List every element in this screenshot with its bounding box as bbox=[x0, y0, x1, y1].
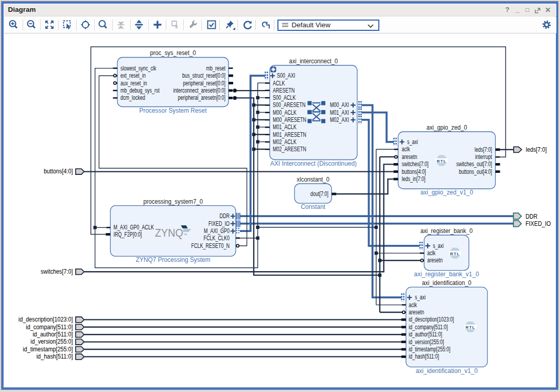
svg-text:M00_ACLK: M00_ACLK bbox=[273, 109, 297, 116]
svg-text:axi_register_bank_v1_0: axi_register_bank_v1_0 bbox=[414, 270, 479, 278]
svg-text:M02_ARESETN: M02_ARESETN bbox=[273, 146, 306, 153]
svg-text:id_hash[511:0]: id_hash[511:0] bbox=[409, 353, 439, 360]
svg-text:ext_reset_in: ext_reset_in bbox=[120, 72, 146, 79]
svg-text:aux_reset_in: aux_reset_in bbox=[120, 80, 147, 87]
svg-text:IRQ_F2P[0:0]: IRQ_F2P[0:0] bbox=[114, 231, 142, 238]
svg-text:™: ™ bbox=[184, 233, 187, 237]
svg-text:AXI Interconnect (Discontinued: AXI Interconnect (Discontinued) bbox=[270, 159, 357, 167]
svg-text:M_AXI_GP0_ACLK: M_AXI_GP0_ACLK bbox=[114, 224, 154, 231]
svg-text:aclk: aclk bbox=[427, 250, 436, 257]
svg-text:RTL: RTL bbox=[465, 325, 475, 330]
svg-text:leds[7:0]: leds[7:0] bbox=[526, 146, 547, 153]
svg-text:M01_AXI: M01_AXI bbox=[330, 109, 349, 116]
svg-text:S00_AXI: S00_AXI bbox=[277, 72, 295, 79]
svg-text:Constant: Constant bbox=[301, 203, 326, 210]
svg-text:mb_reset: mb_reset bbox=[206, 65, 226, 72]
svg-text:leds_in[7:0]: leds_in[7:0] bbox=[402, 175, 426, 183]
svg-text:M02_AXI: M02_AXI bbox=[330, 116, 349, 123]
svg-text:axi_gpio_zed_0: axi_gpio_zed_0 bbox=[426, 123, 467, 131]
svg-text:buttons[4:0]: buttons[4:0] bbox=[44, 168, 73, 175]
svg-text:switches_out[7:0]: switches_out[7:0] bbox=[457, 161, 493, 168]
svg-text:M00_AXI: M00_AXI bbox=[330, 101, 349, 109]
svg-text:id_timestamp[255:0]: id_timestamp[255:0] bbox=[409, 346, 450, 353]
svg-text:DDR: DDR bbox=[220, 212, 230, 220]
svg-text:RTL: RTL bbox=[450, 252, 460, 256]
svg-text:ZYNQ: ZYNQ bbox=[155, 226, 183, 239]
svg-text:axi_identification_0: axi_identification_0 bbox=[422, 279, 471, 287]
svg-text:switches[7:0]: switches[7:0] bbox=[402, 161, 429, 168]
svg-text:S00_ACLK: S00_ACLK bbox=[273, 94, 296, 101]
svg-text:M01_ARESETN: M01_ARESETN bbox=[273, 131, 306, 138]
svg-text:id_version[255:0]: id_version[255:0] bbox=[409, 338, 444, 346]
svg-text:leds[7:0]: leds[7:0] bbox=[475, 146, 492, 153]
svg-text:Processor System Reset: Processor System Reset bbox=[139, 106, 207, 114]
svg-text:M02_ACLK: M02_ACLK bbox=[273, 138, 297, 146]
svg-text:id_company[511:0]: id_company[511:0] bbox=[409, 324, 448, 331]
svg-text:bus_struct_reset[0:0]: bus_struct_reset[0:0] bbox=[182, 72, 225, 79]
svg-text:ZYNQ7 Processing System: ZYNQ7 Processing System bbox=[136, 256, 211, 263]
svg-text:ACLK: ACLK bbox=[273, 80, 285, 87]
svg-text:id_hash[511:0]: id_hash[511:0] bbox=[37, 353, 73, 360]
svg-text:S00_ARESETN: S00_ARESETN bbox=[273, 101, 306, 109]
svg-text:mb_debug_sys_rst: mb_debug_sys_rst bbox=[120, 87, 160, 94]
svg-text:s_axi: s_axi bbox=[433, 242, 444, 250]
svg-text:axi_register_bank_0: axi_register_bank_0 bbox=[421, 227, 473, 235]
svg-text:FCLK_RESET0_N: FCLK_RESET0_N bbox=[191, 242, 230, 250]
svg-text:switches[7:0]: switches[7:0] bbox=[41, 268, 73, 275]
svg-text:buttons[4:0]: buttons[4:0] bbox=[402, 168, 426, 175]
svg-text:s_axi: s_axi bbox=[415, 294, 426, 301]
svg-text:aclk: aclk bbox=[402, 146, 411, 153]
svg-text:interconnect_aresetn[0:0]: interconnect_aresetn[0:0] bbox=[173, 87, 225, 94]
svg-text:ARESETN: ARESETN bbox=[273, 87, 295, 94]
svg-text:axi_interconnect_0: axi_interconnect_0 bbox=[289, 57, 338, 65]
svg-text:id_company[511:0]: id_company[511:0] bbox=[26, 324, 73, 331]
svg-text:buttons_out[4:0]: buttons_out[4:0] bbox=[459, 168, 493, 175]
svg-text:FCLK_CLK0: FCLK_CLK0 bbox=[204, 235, 230, 242]
svg-text:aresetn: aresetn bbox=[427, 257, 443, 264]
svg-text:aresetn: aresetn bbox=[402, 153, 417, 161]
svg-text:interrupt: interrupt bbox=[475, 153, 492, 161]
svg-text:s_axi: s_axi bbox=[407, 138, 418, 146]
svg-text:FIXED_IO: FIXED_IO bbox=[526, 220, 551, 227]
svg-text:slowest_sync_clk: slowest_sync_clk bbox=[120, 65, 156, 72]
svg-text:M00_ARESETN: M00_ARESETN bbox=[273, 116, 306, 123]
svg-text:xlconstant_0: xlconstant_0 bbox=[297, 175, 329, 183]
svg-text:aclk: aclk bbox=[409, 301, 417, 309]
svg-text:dcm_locked: dcm_locked bbox=[120, 94, 145, 101]
svg-text:dout[7:0]: dout[7:0] bbox=[310, 190, 328, 198]
svg-text:id_description[1023:0]: id_description[1023:0] bbox=[409, 316, 454, 323]
svg-text:axi_gpio_zed_v1_0: axi_gpio_zed_v1_0 bbox=[421, 188, 474, 196]
svg-text:M01_ACLK: M01_ACLK bbox=[273, 123, 297, 131]
svg-text:aresetn: aresetn bbox=[409, 309, 424, 316]
svg-text:FIXED_IO: FIXED_IO bbox=[208, 220, 230, 227]
svg-text:proc_sys_reset_0: proc_sys_reset_0 bbox=[150, 49, 196, 57]
svg-text:peripheral_aresetn[0:0]: peripheral_aresetn[0:0] bbox=[178, 94, 226, 101]
svg-text:DDR: DDR bbox=[526, 212, 537, 220]
svg-text:axi_identification_v1_0: axi_identification_v1_0 bbox=[416, 367, 478, 375]
svg-text:id_author[511:0]: id_author[511:0] bbox=[32, 331, 73, 338]
svg-text:peripheral_reset[0:0]: peripheral_reset[0:0] bbox=[183, 80, 226, 87]
svg-text:id_author[511:0]: id_author[511:0] bbox=[409, 331, 442, 338]
svg-text:id_timestamp[255:0]: id_timestamp[255:0] bbox=[23, 346, 73, 353]
svg-text:id_version[255:0]: id_version[255:0] bbox=[30, 338, 73, 345]
svg-text:M_AXI_GP0: M_AXI_GP0 bbox=[204, 227, 230, 235]
svg-text:processing_system7_0: processing_system7_0 bbox=[143, 198, 203, 205]
svg-text:RTL: RTL bbox=[436, 159, 446, 164]
svg-text:id_description[1023:0]: id_description[1023:0] bbox=[19, 316, 73, 323]
